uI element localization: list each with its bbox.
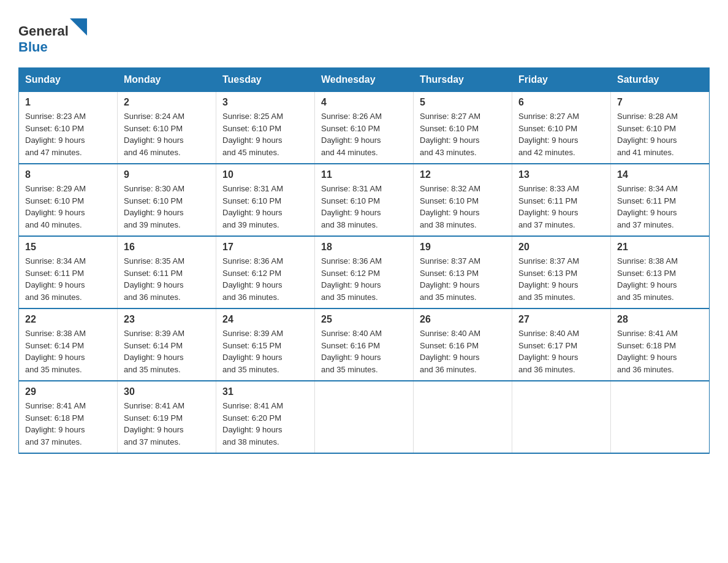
week-row-5: 29Sunrise: 8:41 AMSunset: 6:18 PMDayligh…: [19, 381, 710, 453]
day-info: Sunrise: 8:35 AMSunset: 6:11 PMDaylight:…: [124, 255, 210, 303]
calendar-cell: 14Sunrise: 8:34 AMSunset: 6:11 PMDayligh…: [611, 164, 710, 236]
page-header: GeneralBlue: [18, 18, 710, 55]
day-info: Sunrise: 8:30 AMSunset: 6:10 PMDaylight:…: [124, 183, 210, 231]
column-header-monday: Monday: [118, 68, 216, 92]
day-info: Sunrise: 8:34 AMSunset: 6:11 PMDaylight:…: [617, 183, 703, 231]
day-number: 7: [617, 97, 703, 108]
calendar-cell: 4Sunrise: 8:26 AMSunset: 6:10 PMDaylight…: [315, 92, 414, 164]
calendar-cell: 15Sunrise: 8:34 AMSunset: 6:11 PMDayligh…: [19, 236, 118, 308]
day-info: Sunrise: 8:37 AMSunset: 6:13 PMDaylight:…: [420, 255, 506, 303]
calendar-cell: 12Sunrise: 8:32 AMSunset: 6:10 PMDayligh…: [414, 164, 512, 236]
column-header-sunday: Sunday: [19, 68, 118, 92]
day-number: 26: [420, 314, 506, 325]
day-number: 21: [617, 242, 703, 253]
column-header-thursday: Thursday: [414, 68, 512, 92]
day-info: Sunrise: 8:41 AMSunset: 6:19 PMDaylight:…: [124, 400, 210, 448]
day-number: 31: [222, 386, 308, 397]
day-info: Sunrise: 8:29 AMSunset: 6:10 PMDaylight:…: [25, 183, 111, 231]
calendar-cell: 10Sunrise: 8:31 AMSunset: 6:10 PMDayligh…: [216, 164, 315, 236]
day-info: Sunrise: 8:38 AMSunset: 6:13 PMDaylight:…: [617, 255, 703, 303]
day-number: 28: [617, 314, 703, 325]
column-header-tuesday: Tuesday: [216, 68, 315, 92]
day-info: Sunrise: 8:38 AMSunset: 6:14 PMDaylight:…: [25, 327, 111, 375]
day-number: 30: [124, 386, 210, 397]
day-info: Sunrise: 8:23 AMSunset: 6:10 PMDaylight:…: [25, 110, 111, 158]
calendar-cell: 20Sunrise: 8:37 AMSunset: 6:13 PMDayligh…: [512, 236, 611, 308]
logo-text: GeneralBlue: [18, 18, 88, 55]
day-info: Sunrise: 8:32 AMSunset: 6:10 PMDaylight:…: [420, 183, 506, 231]
day-number: 11: [321, 169, 407, 180]
calendar-cell: 1Sunrise: 8:23 AMSunset: 6:10 PMDaylight…: [19, 92, 118, 164]
calendar-cell: 9Sunrise: 8:30 AMSunset: 6:10 PMDaylight…: [118, 164, 216, 236]
day-number: 19: [420, 242, 506, 253]
calendar-cell: 28Sunrise: 8:41 AMSunset: 6:18 PMDayligh…: [611, 308, 710, 381]
calendar-cell: [315, 381, 414, 453]
day-number: 16: [124, 242, 210, 253]
day-info: Sunrise: 8:31 AMSunset: 6:10 PMDaylight:…: [222, 183, 308, 231]
day-info: Sunrise: 8:36 AMSunset: 6:12 PMDaylight:…: [222, 255, 308, 303]
day-info: Sunrise: 8:31 AMSunset: 6:10 PMDaylight:…: [321, 183, 407, 231]
column-header-saturday: Saturday: [611, 68, 710, 92]
day-number: 2: [124, 97, 210, 108]
calendar-cell: 8Sunrise: 8:29 AMSunset: 6:10 PMDaylight…: [19, 164, 118, 236]
calendar-cell: 27Sunrise: 8:40 AMSunset: 6:17 PMDayligh…: [512, 308, 611, 381]
calendar-cell: 5Sunrise: 8:27 AMSunset: 6:10 PMDaylight…: [414, 92, 512, 164]
svg-marker-0: [70, 18, 87, 36]
day-number: 13: [518, 169, 604, 180]
day-number: 4: [321, 97, 407, 108]
day-number: 22: [25, 314, 111, 325]
day-info: Sunrise: 8:34 AMSunset: 6:11 PMDaylight:…: [25, 255, 111, 303]
week-row-2: 8Sunrise: 8:29 AMSunset: 6:10 PMDaylight…: [19, 164, 710, 236]
day-number: 25: [321, 314, 407, 325]
day-number: 18: [321, 242, 407, 253]
day-number: 17: [222, 242, 308, 253]
day-info: Sunrise: 8:41 AMSunset: 6:20 PMDaylight:…: [222, 400, 308, 448]
calendar-cell: 26Sunrise: 8:40 AMSunset: 6:16 PMDayligh…: [414, 308, 512, 381]
day-info: Sunrise: 8:36 AMSunset: 6:12 PMDaylight:…: [321, 255, 407, 303]
calendar-cell: [414, 381, 512, 453]
week-row-1: 1Sunrise: 8:23 AMSunset: 6:10 PMDaylight…: [19, 92, 710, 164]
day-info: Sunrise: 8:41 AMSunset: 6:18 PMDaylight:…: [617, 327, 703, 375]
day-info: Sunrise: 8:33 AMSunset: 6:11 PMDaylight:…: [518, 183, 604, 231]
calendar-cell: 11Sunrise: 8:31 AMSunset: 6:10 PMDayligh…: [315, 164, 414, 236]
calendar-cell: 18Sunrise: 8:36 AMSunset: 6:12 PMDayligh…: [315, 236, 414, 308]
day-number: 12: [420, 169, 506, 180]
day-info: Sunrise: 8:24 AMSunset: 6:10 PMDaylight:…: [124, 110, 210, 158]
calendar-cell: [512, 381, 611, 453]
day-number: 3: [222, 97, 308, 108]
day-number: 15: [25, 242, 111, 253]
calendar-cell: 30Sunrise: 8:41 AMSunset: 6:19 PMDayligh…: [118, 381, 216, 453]
calendar-cell: [611, 381, 710, 453]
week-row-4: 22Sunrise: 8:38 AMSunset: 6:14 PMDayligh…: [19, 308, 710, 381]
day-number: 29: [25, 386, 111, 397]
calendar-cell: 29Sunrise: 8:41 AMSunset: 6:18 PMDayligh…: [19, 381, 118, 453]
column-header-wednesday: Wednesday: [315, 68, 414, 92]
day-number: 20: [518, 242, 604, 253]
calendar-cell: 23Sunrise: 8:39 AMSunset: 6:14 PMDayligh…: [118, 308, 216, 381]
day-info: Sunrise: 8:40 AMSunset: 6:16 PMDaylight:…: [420, 327, 506, 375]
day-number: 1: [25, 97, 111, 108]
calendar-cell: 22Sunrise: 8:38 AMSunset: 6:14 PMDayligh…: [19, 308, 118, 381]
day-info: Sunrise: 8:41 AMSunset: 6:18 PMDaylight:…: [25, 400, 111, 448]
week-row-3: 15Sunrise: 8:34 AMSunset: 6:11 PMDayligh…: [19, 236, 710, 308]
calendar-cell: 17Sunrise: 8:36 AMSunset: 6:12 PMDayligh…: [216, 236, 315, 308]
calendar-cell: 2Sunrise: 8:24 AMSunset: 6:10 PMDaylight…: [118, 92, 216, 164]
logo-triangle-icon: [70, 18, 87, 36]
calendar-cell: 16Sunrise: 8:35 AMSunset: 6:11 PMDayligh…: [118, 236, 216, 308]
calendar-cell: 7Sunrise: 8:28 AMSunset: 6:10 PMDaylight…: [611, 92, 710, 164]
calendar-cell: 31Sunrise: 8:41 AMSunset: 6:20 PMDayligh…: [216, 381, 315, 453]
logo: GeneralBlue: [18, 18, 88, 55]
day-number: 9: [124, 169, 210, 180]
day-number: 10: [222, 169, 308, 180]
day-number: 14: [617, 169, 703, 180]
calendar-table: SundayMondayTuesdayWednesdayThursdayFrid…: [18, 67, 710, 454]
day-number: 8: [25, 169, 111, 180]
day-info: Sunrise: 8:40 AMSunset: 6:16 PMDaylight:…: [321, 327, 407, 375]
day-info: Sunrise: 8:27 AMSunset: 6:10 PMDaylight:…: [518, 110, 604, 158]
day-number: 27: [518, 314, 604, 325]
day-number: 6: [518, 97, 604, 108]
day-info: Sunrise: 8:40 AMSunset: 6:17 PMDaylight:…: [518, 327, 604, 375]
day-info: Sunrise: 8:39 AMSunset: 6:14 PMDaylight:…: [124, 327, 210, 375]
day-info: Sunrise: 8:27 AMSunset: 6:10 PMDaylight:…: [420, 110, 506, 158]
column-headers: SundayMondayTuesdayWednesdayThursdayFrid…: [19, 68, 710, 92]
